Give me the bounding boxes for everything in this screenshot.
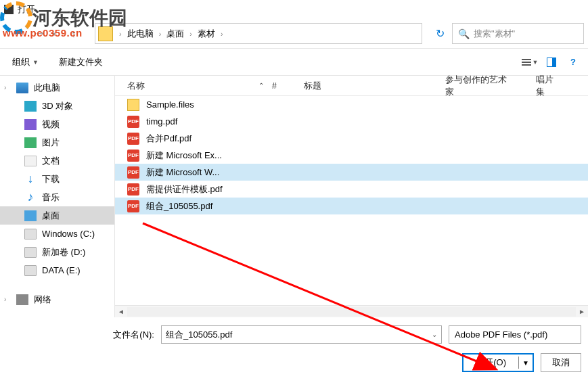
cube-icon	[24, 101, 37, 112]
column-album[interactable]: 唱片集	[536, 74, 588, 98]
sidebar: ›此电脑3D 对象视频图片文档↓下载♪音乐桌面Windows (C:)新加卷 (…	[0, 76, 115, 317]
music-icon: ♪	[24, 192, 37, 203]
window-title: 打开	[18, 3, 35, 16]
file-row[interactable]: PDFtimg.pdf	[115, 113, 588, 130]
help-button[interactable]: ?	[566, 55, 580, 69]
sidebar-item-doc[interactable]: 文档	[0, 152, 114, 170]
chevron-right-icon[interactable]: ›	[186, 30, 196, 38]
breadcrumb-seg-pc[interactable]: 此电脑	[125, 28, 156, 40]
column-artists[interactable]: 参与创作的艺术家	[445, 74, 537, 98]
nav-history-dropdown[interactable]: ▾	[53, 30, 62, 37]
sidebar-item-desk[interactable]: 桌面	[0, 206, 114, 225]
list-icon	[522, 59, 531, 66]
sidebar-item-vid[interactable]: 视频	[0, 115, 114, 133]
file-row[interactable]: PDF需提供证件模板.pdf	[115, 181, 588, 198]
folder-icon	[98, 26, 113, 41]
chevron-down-icon: ▼	[533, 59, 539, 66]
nav-up-button[interactable]: ↑	[66, 26, 81, 41]
refresh-button[interactable]: ↻	[432, 27, 448, 40]
breadcrumb[interactable]: › 此电脑 › 桌面 › 素材 ›	[95, 23, 422, 44]
new-folder-button[interactable]: 新建文件夹	[55, 53, 107, 71]
pdf-icon: PDF	[127, 200, 139, 212]
chevron-down-icon[interactable]: ▼	[519, 359, 533, 367]
doc-icon	[24, 156, 37, 166]
vid-icon	[24, 119, 37, 130]
sidebar-item-img[interactable]: 图片	[0, 133, 114, 152]
file-name: 新建 Microsoft W...	[146, 166, 219, 179]
chevron-right-icon[interactable]: ›	[4, 84, 11, 91]
file-row[interactable]: Sample.files	[115, 96, 588, 113]
sidebar-item-label: 下载	[42, 173, 60, 185]
search-placeholder: 搜索"素材"	[474, 28, 515, 40]
sidebar-item-label: 新加卷 (D:)	[42, 246, 85, 258]
pdf-icon: PDF	[127, 133, 139, 145]
chevron-right-icon[interactable]: ›	[217, 30, 227, 38]
sidebar-item-drive[interactable]: 新加卷 (D:)	[0, 243, 114, 261]
filter-value: Adobe PDF Files (*.pdf)	[455, 329, 547, 340]
column-title[interactable]: 标题	[304, 80, 445, 92]
drive-icon	[24, 265, 37, 276]
file-list: Sample.filesPDFtimg.pdfPDF合并Pdf.pdfPDF新建…	[115, 96, 588, 305]
file-row[interactable]: PDF合并Pdf.pdf	[115, 130, 588, 147]
pdf-icon: PDF	[127, 183, 139, 196]
sidebar-item-label: 桌面	[42, 210, 60, 222]
nav-back-button[interactable]: ←	[9, 25, 27, 43]
organize-label: 组织	[12, 56, 30, 68]
sidebar-item-label: Windows (C:)	[42, 229, 95, 239]
open-button[interactable]: 打开(O) ▼	[462, 353, 534, 372]
organize-button[interactable]: 组织 ▼	[8, 53, 43, 71]
cancel-button[interactable]: 取消	[541, 353, 581, 372]
sidebar-item-label: 此电脑	[34, 82, 60, 94]
file-row[interactable]: PDF新建 Microsoft W...	[115, 164, 588, 181]
drive-icon	[24, 247, 37, 258]
breadcrumb-seg-desktop[interactable]: 桌面	[164, 28, 186, 40]
filename-value: 组合_105055.pdf	[166, 329, 232, 341]
filename-input[interactable]: 组合_105055.pdf ⌄	[161, 325, 442, 344]
file-row[interactable]: PDF组合_105055.pdf	[115, 198, 588, 214]
filename-label: 文件名(N):	[7, 329, 154, 341]
sort-indicator-icon: ⌃	[250, 82, 272, 89]
pane-icon	[547, 58, 556, 67]
scroll-right-icon[interactable]: ►	[576, 308, 588, 315]
chevron-right-icon[interactable]: ›	[116, 30, 125, 38]
chevron-right-icon[interactable]: ›	[156, 30, 165, 38]
net-icon	[16, 294, 28, 305]
sidebar-item-label: 音乐	[42, 191, 60, 204]
preview-pane-button[interactable]	[545, 55, 558, 69]
file-row[interactable]: PDF新建 Microsoft Ex...	[115, 147, 588, 164]
app-icon	[4, 5, 14, 14]
horizontal-scrollbar[interactable]: ◄ ►	[115, 305, 588, 317]
drive-icon	[24, 229, 37, 239]
pdf-icon: PDF	[127, 116, 139, 128]
sidebar-item-label: 3D 对象	[42, 100, 73, 112]
sidebar-item-music[interactable]: ♪音乐	[0, 188, 114, 206]
sidebar-item-label: 视频	[42, 118, 60, 131]
search-icon: 🔍	[458, 28, 470, 39]
scroll-left-icon[interactable]: ◄	[115, 308, 127, 315]
nav-forward-button[interactable]: →	[31, 25, 49, 43]
column-number[interactable]: #	[272, 81, 304, 91]
sidebar-item-drive[interactable]: Windows (C:)	[0, 225, 114, 243]
view-list-button[interactable]: ▼	[523, 55, 537, 69]
cancel-label: 取消	[552, 357, 570, 369]
pc-icon	[16, 83, 28, 93]
sidebar-item-cube[interactable]: 3D 对象	[0, 97, 114, 115]
file-type-filter[interactable]: Adobe PDF Files (*.pdf)	[449, 325, 581, 344]
file-name: timg.pdf	[146, 116, 177, 127]
file-name: Sample.files	[146, 99, 194, 110]
file-name: 合并Pdf.pdf	[146, 133, 191, 145]
sidebar-item-dl[interactable]: ↓下载	[0, 170, 114, 188]
sidebar-item-drive[interactable]: DATA (E:)	[0, 261, 114, 279]
sidebar-item-net[interactable]: ›网络	[0, 290, 114, 308]
column-header: 名称 ⌃ # 标题 参与创作的艺术家 唱片集	[115, 76, 588, 96]
chevron-down-icon[interactable]: ⌄	[432, 331, 437, 338]
chevron-right-icon[interactable]: ›	[4, 296, 11, 303]
pdf-icon: PDF	[127, 150, 139, 162]
search-input[interactable]: 🔍 搜索"素材"	[452, 23, 584, 44]
breadcrumb-seg-folder[interactable]: 素材	[196, 28, 217, 40]
desk-icon	[24, 210, 37, 221]
chevron-down-icon: ▼	[32, 59, 39, 66]
column-name[interactable]: 名称	[127, 80, 250, 92]
sidebar-item-pc[interactable]: ›此电脑	[0, 78, 114, 97]
file-name: 新建 Microsoft Ex...	[146, 150, 222, 162]
